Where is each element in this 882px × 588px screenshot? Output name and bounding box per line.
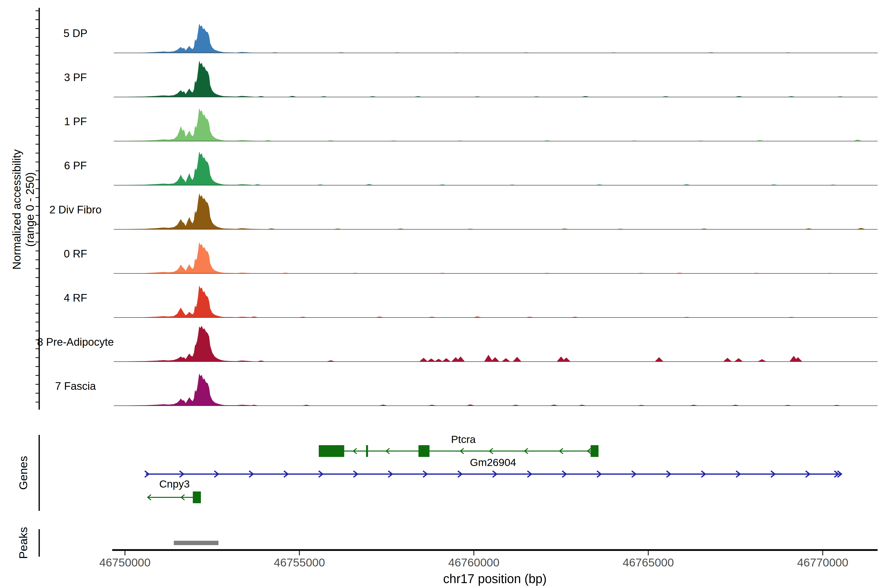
- y-axis-label-line2: (range 0 - 250): [23, 150, 36, 270]
- x-tick-label: 46770000: [797, 556, 848, 569]
- track-label-6-pf: 6 PF: [64, 159, 87, 172]
- gene-exon-ptcra: [366, 445, 368, 457]
- gene-exon-ptcra: [591, 445, 598, 457]
- y-axis-label-line1: Normalized accessibility: [10, 150, 23, 270]
- coverage-area-3-pf: [114, 61, 878, 97]
- coverage-area-7-fascia: [114, 374, 878, 406]
- x-axis-title: chr17 position (bp): [443, 572, 547, 586]
- coverage-area-4-rf: [114, 286, 878, 318]
- x-tick-label: 46765000: [622, 556, 674, 569]
- track-label-8-pre-adipocyte: 8 Pre-Adipocyte: [37, 336, 114, 348]
- track-label-4-rf: 4 RF: [64, 292, 87, 304]
- gene-label-cnpy3: Cnpy3: [159, 478, 190, 490]
- coverage-area-5-dp: [114, 24, 878, 53]
- y-axis-label: Normalized accessibility (range 0 - 250): [10, 150, 37, 270]
- genes-section-label: Genes: [16, 456, 30, 490]
- track-label-1-pf: 1 PF: [64, 116, 87, 128]
- track-label-5-dp: 5 DP: [63, 27, 87, 39]
- gene-exon-cnpy3: [193, 492, 201, 503]
- coverage-area-6-pf: [114, 152, 878, 185]
- gene-exon-ptcra: [418, 445, 429, 457]
- track-label-2-div-fibro: 2 Div Fibro: [50, 204, 102, 216]
- coverage-area-2-div-fibro: [114, 194, 878, 230]
- gene-label-gm26904: Gm26904: [470, 456, 516, 468]
- track-label-0-rf: 0 RF: [64, 248, 87, 260]
- coverage-area-8-pre-adipocyte: [114, 326, 878, 362]
- x-tick-label: 46750000: [99, 556, 150, 569]
- coverage-plot-figure: Normalized accessibility (range 0 - 250)…: [0, 0, 882, 588]
- gene-label-ptcra: Ptcra: [451, 434, 476, 446]
- coverage-area-1-pf: [114, 108, 878, 141]
- coverage-area-0-rf: [114, 243, 878, 274]
- peaks-section-label: Peaks: [16, 527, 30, 559]
- x-tick-label: 46755000: [274, 556, 325, 569]
- x-tick-label: 46760000: [448, 556, 499, 569]
- track-label-7-fascia: 7 Fascia: [55, 380, 96, 392]
- gene-exon-ptcra: [319, 445, 344, 457]
- genome-browser-canvas: [0, 0, 882, 588]
- track-label-3-pf: 3 PF: [64, 71, 87, 84]
- peak-bar: [174, 541, 218, 545]
